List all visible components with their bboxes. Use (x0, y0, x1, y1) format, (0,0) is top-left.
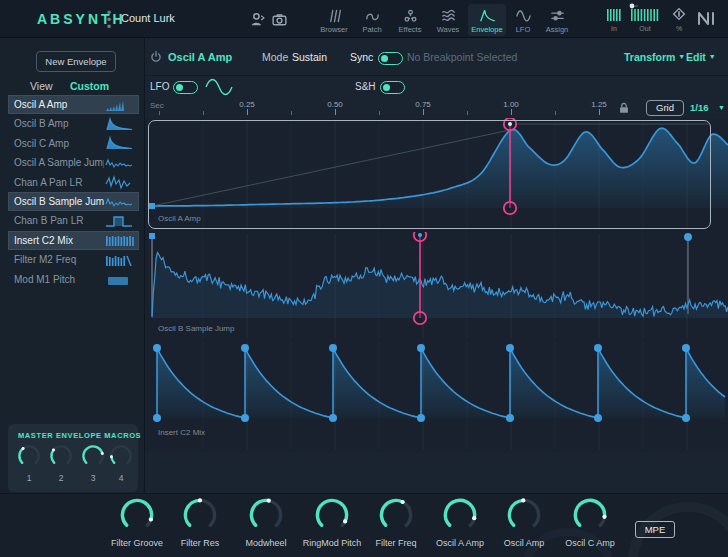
filter-m2-freq-waveform-icon (104, 253, 136, 267)
knob-oscil-c-amp[interactable]: Oscil C Amp (558, 497, 622, 548)
breakpoint-dot[interactable] (329, 414, 337, 422)
oscil-a-sample-jump-waveform-icon (104, 156, 136, 170)
knob-modwheel[interactable]: Modwheel (234, 497, 298, 548)
browser-icon (326, 7, 343, 24)
oscil-c-amp-waveform-icon (104, 136, 136, 150)
menu-dots-icon[interactable]: ••• (104, 9, 114, 30)
envelope-panel-label: Insert C2 Mix (158, 428, 205, 437)
cpu-usage-icon (670, 5, 688, 23)
sync-toggle[interactable] (378, 52, 403, 65)
sidebar-item-oscil-b-sample-jump[interactable]: Oscil B Sample Jump (8, 192, 139, 211)
in-meter (606, 6, 622, 22)
breakpoint-handle-bottom[interactable] (504, 202, 516, 214)
breakpoint-dot[interactable] (684, 233, 692, 241)
sync-label: Sync (350, 51, 373, 63)
out-meter-label: Out (630, 25, 660, 32)
macro-knob-3[interactable]: 3 (80, 444, 106, 483)
envelope-icon (479, 7, 496, 24)
tab-assign[interactable]: Assign (538, 4, 576, 36)
user-icon[interactable] (249, 11, 266, 32)
sidebar-item-oscil-a-amp[interactable]: Oscil A Amp (8, 95, 139, 114)
envelope-sidebar: New Envelope View Custom Oscil A AmpOsci… (0, 38, 145, 493)
mode-value[interactable]: Sustain (292, 51, 327, 63)
in-meter-label: In (606, 25, 622, 32)
lfo-sine-icon (203, 78, 245, 96)
new-envelope-button[interactable]: New Envelope (36, 51, 116, 72)
breakpoint-dot[interactable] (241, 414, 249, 422)
breakpoint-handle-bottom[interactable] (414, 312, 426, 324)
knob-oscil-a-amp[interactable]: Oscil A Amp (428, 497, 492, 548)
ni-logo (696, 10, 720, 26)
sidebar-item-mod-m1-pitch[interactable]: Mod M1 Pitch (8, 270, 139, 289)
top-bar: ABSYNTH ••• Count Lurk BrowserPatchEffec… (0, 0, 728, 38)
oscil-b-amp-waveform-icon (104, 117, 136, 131)
knob-oscil-amp[interactable]: Oscil Amp (492, 497, 556, 548)
chevron-down-icon: ▼ (678, 53, 685, 60)
breakpoint-dot[interactable] (153, 414, 161, 422)
lock-icon[interactable] (617, 101, 631, 115)
knob-filter-freq[interactable]: Filter Freq (364, 497, 428, 548)
knob-filter-res[interactable]: Filter Res (168, 497, 232, 548)
power-icon[interactable] (149, 50, 163, 64)
envelope-canvas-oscil-a-amp[interactable]: Oscil A Amp (145, 118, 728, 232)
breakpoint-dot[interactable] (594, 414, 602, 422)
tab-lfo[interactable]: LFO (504, 4, 542, 36)
sidebar-item-filter-m2-freq[interactable]: Filter M2 Freq (8, 250, 139, 269)
macro-knob-1[interactable]: 1 (16, 444, 42, 483)
breakpoint-square[interactable] (149, 233, 155, 239)
tab-waves[interactable]: Waves (429, 4, 467, 36)
camera-icon[interactable] (271, 11, 288, 32)
lfo-toggle[interactable] (173, 81, 198, 94)
tab-browser[interactable]: Browser (315, 4, 353, 36)
grid-button[interactable]: Grid (646, 100, 684, 116)
breakpoint-dot[interactable] (506, 344, 514, 352)
sh-toggle[interactable] (380, 81, 405, 94)
mode-label: Mode (262, 51, 288, 63)
sidebar-item-oscil-a-sample-jump[interactable]: Oscil A Sample Jump (8, 153, 139, 172)
oscil-a-amp-waveform-icon (104, 98, 136, 112)
breakpoint-dot[interactable] (594, 344, 602, 352)
sidebar-item-oscil-b-amp[interactable]: Oscil B Amp (8, 114, 139, 133)
chan-b-pan-lr-waveform-icon (104, 214, 136, 228)
sidebar-item-oscil-c-amp[interactable]: Oscil C Amp (8, 134, 139, 153)
insert-c2-mix-waveform-icon (104, 233, 136, 247)
breakpoint-dot[interactable] (417, 344, 425, 352)
sidebar-item-chan-b-pan-lr[interactable]: Chan B Pan LR (8, 211, 139, 230)
transform-dropdown[interactable]: Transform▼ (624, 51, 685, 63)
tab-custom[interactable]: Custom (70, 80, 109, 92)
sidebar-item-chan-a-pan-lr[interactable]: Chan A Pan LR (8, 173, 139, 192)
cpu-percent-label: % (676, 25, 682, 32)
lfo-label: LFO (150, 81, 169, 92)
envelope-canvas-insert-c2-mix[interactable]: Insert C2 Mix (145, 340, 728, 452)
knob-filter-groove[interactable]: Filter Groove (105, 497, 169, 548)
breakpoint-dot[interactable] (241, 344, 249, 352)
grid-division-value[interactable]: 1/16 (690, 102, 709, 113)
mod-m1-pitch-waveform-icon (104, 272, 136, 286)
macro-knob-4[interactable]: 4 (108, 444, 134, 483)
breakpoint-square[interactable] (149, 203, 155, 209)
edit-dropdown[interactable]: Edit▼ (686, 51, 716, 63)
tab-view[interactable]: View (30, 80, 53, 92)
macro-knob-2[interactable]: 2 (48, 444, 74, 483)
chan-a-pan-lr-waveform-icon (104, 175, 136, 189)
tab-patch[interactable]: Patch (353, 4, 391, 36)
envelope-canvas-oscil-b-sample-jump[interactable]: Oscil B Sample Jump (145, 232, 728, 340)
macros-title: MASTER ENVELOPE MACROS (18, 431, 141, 440)
mpe-button[interactable]: MPE (635, 521, 675, 538)
tab-effects[interactable]: Effects (391, 4, 429, 36)
oscil-b-sample-jump-waveform-icon (104, 195, 136, 209)
sidebar-item-insert-c2-mix[interactable]: Insert C2 Mix (8, 231, 139, 250)
breakpoint-dot[interactable] (417, 414, 425, 422)
breakpoint-dot[interactable] (506, 414, 514, 422)
tab-envelope[interactable]: Envelope (468, 4, 506, 36)
chevron-down-icon: ▼ (709, 53, 716, 60)
knob-ringmod-pitch[interactable]: RingMod Pitch (300, 497, 364, 548)
modulator-row: LFO S&H (145, 76, 728, 98)
patch-name[interactable]: Count Lurk (121, 12, 175, 24)
breakpoint-dot[interactable] (329, 344, 337, 352)
breakpoint-dot[interactable] (682, 414, 690, 422)
breakpoint-dot[interactable] (153, 344, 161, 352)
timeline-ruler[interactable]: Sec 0.250.500.751.001.25 Grid 1/16 ▼ (145, 98, 728, 118)
breakpoint-dot[interactable] (682, 344, 690, 352)
master-envelope-macros-panel: MASTER ENVELOPE MACROS 1 2 3 4 (8, 424, 138, 492)
